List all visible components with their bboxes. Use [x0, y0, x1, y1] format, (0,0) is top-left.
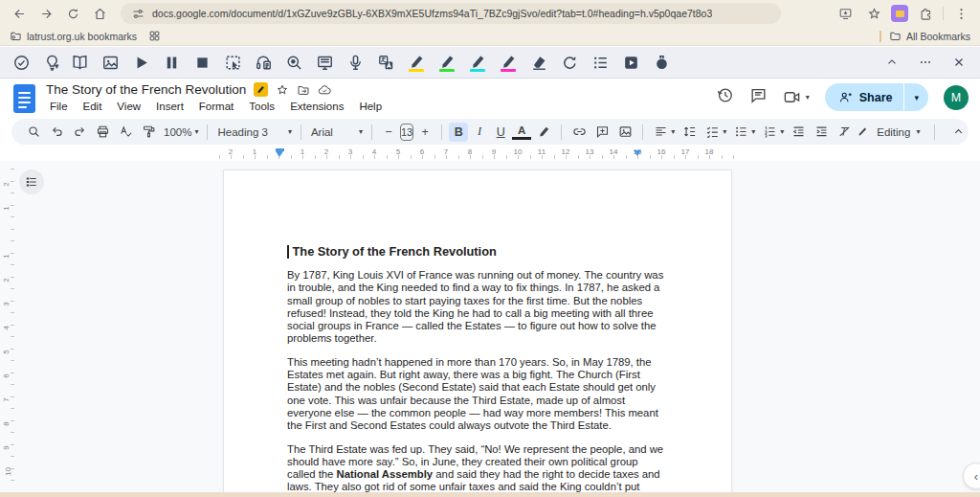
docs-logo[interactable] — [13, 84, 35, 113]
italic-button[interactable]: I — [470, 123, 489, 142]
document-status-icon[interactable] — [318, 83, 331, 97]
avatar[interactable]: M — [944, 85, 969, 110]
readwrite-badge-icon[interactable] — [254, 82, 268, 97]
check-icon[interactable] — [11, 51, 32, 74]
talk-and-type-icon[interactable] — [345, 51, 366, 74]
screen-mask-icon[interactable] — [315, 51, 335, 74]
url-text[interactable]: docs.google.com/document/d/1xGZuve9zGBLy… — [152, 8, 712, 19]
translator-icon[interactable] — [376, 51, 396, 74]
paint-format-icon[interactable] — [138, 122, 159, 143]
menu-file[interactable]: File — [44, 100, 74, 113]
prediction-button[interactable]: ▾ — [42, 51, 59, 74]
redo-icon[interactable] — [69, 122, 90, 143]
underline-button[interactable]: U — [491, 123, 510, 142]
zoom-select[interactable]: 100% — [161, 126, 194, 138]
readwrite-extension-icon[interactable] — [891, 5, 908, 22]
highlight-cyan-icon[interactable] — [468, 51, 488, 74]
paragraph-2[interactable]: This meeting hadn’t happened in more tha… — [287, 356, 669, 433]
highlight-color-icon[interactable] — [533, 122, 554, 143]
add-comment-icon[interactable] — [591, 122, 612, 143]
move-document-icon[interactable] — [297, 83, 310, 97]
spelling-check-icon[interactable] — [115, 122, 136, 143]
menu-view[interactable]: View — [111, 100, 146, 113]
increase-indent-icon[interactable] — [811, 122, 832, 143]
menu-insert[interactable]: Insert — [150, 100, 189, 113]
document-page[interactable]: The Story of the French Revolution By 17… — [223, 169, 732, 492]
more-options-icon[interactable] — [915, 51, 935, 74]
bookmarks-folder[interactable]: latrust.org.uk bookmarks — [10, 30, 137, 42]
checklist-icon[interactable] — [702, 122, 723, 143]
search-menus-icon[interactable] — [23, 122, 44, 143]
collapse-side-panel-button[interactable]: ‹ — [963, 463, 980, 489]
save-page-icon[interactable] — [834, 2, 857, 25]
menu-help[interactable]: Help — [353, 100, 388, 113]
left-indent-marker[interactable] — [276, 148, 284, 157]
paragraph-1[interactable]: By 1787, King Louis XVI of France was ru… — [287, 269, 669, 346]
undo-icon[interactable] — [46, 122, 67, 143]
pause-icon[interactable] — [162, 51, 182, 74]
site-settings-icon[interactable] — [130, 6, 145, 21]
address-bar[interactable]: docs.google.com/document/d/1xGZuve9zGBLy… — [121, 3, 781, 24]
share-dropdown[interactable]: ▾ — [904, 93, 928, 102]
right-indent-marker[interactable] — [634, 150, 641, 156]
document-title[interactable]: The Story of the French Revolution — [46, 82, 246, 97]
menu-extensions[interactable]: Extensions — [284, 100, 349, 113]
video-icon[interactable] — [621, 51, 641, 74]
dictionary-icon[interactable] — [70, 51, 90, 74]
version-history-icon[interactable] — [716, 86, 734, 108]
collapse-toolbar-icon[interactable] — [881, 51, 902, 74]
play-icon[interactable] — [131, 51, 151, 74]
share-button[interactable]: Share ▾ — [825, 83, 928, 111]
insert-image-icon[interactable] — [614, 122, 635, 143]
bold-button[interactable]: B — [449, 123, 468, 142]
font-select[interactable]: Arial — [308, 126, 336, 138]
vertical-ruler[interactable]: 2112345678910 — [2, 161, 15, 492]
vocabulary-list-icon[interactable] — [590, 51, 611, 74]
font-size-input[interactable]: 13 — [400, 124, 413, 141]
paragraph-style-select[interactable]: Heading 3 — [214, 126, 270, 138]
star-document-icon[interactable] — [276, 83, 289, 97]
picture-dictionary-icon[interactable] — [100, 51, 121, 74]
bulleted-list-icon[interactable] — [730, 122, 751, 143]
paragraph-3[interactable]: The Third Estate was fed up. They said, … — [287, 443, 669, 492]
forward-icon[interactable] — [34, 2, 57, 25]
comments-icon[interactable] — [749, 86, 768, 108]
highlight-pink-icon[interactable] — [499, 51, 519, 74]
clear-formatting-icon[interactable] — [834, 122, 855, 143]
align-icon[interactable] — [650, 122, 671, 143]
collect-highlights-icon[interactable] — [560, 51, 580, 74]
hide-menus-icon[interactable] — [947, 122, 969, 143]
voice-note-icon[interactable] — [652, 51, 672, 74]
menu-tools[interactable]: Tools — [243, 100, 280, 113]
editing-mode-button[interactable]: Editing ▾ — [857, 125, 922, 138]
erase-highlights-icon[interactable] — [529, 51, 549, 74]
bookmark-star-icon[interactable] — [862, 2, 885, 25]
line-spacing-icon[interactable] — [679, 122, 700, 143]
audio-maker-icon[interactable] — [254, 51, 274, 74]
home-icon[interactable] — [88, 2, 111, 25]
all-bookmarks-button[interactable]: All Bookmarks — [889, 30, 970, 42]
bookmarks-grid-icon[interactable] — [148, 30, 161, 42]
reload-icon[interactable] — [61, 2, 84, 25]
increase-font-size-button[interactable]: + — [415, 123, 434, 142]
meet-button[interactable]: ▾ — [783, 88, 810, 106]
back-icon[interactable] — [8, 2, 31, 25]
print-icon[interactable] — [92, 122, 113, 143]
horizontal-ruler[interactable]: 21123456789101112131415161718 — [0, 147, 980, 161]
stop-icon[interactable] — [192, 51, 212, 74]
screenshot-reader-icon[interactable] — [223, 51, 243, 74]
show-outline-button[interactable] — [19, 169, 44, 194]
text-color-button[interactable]: A — [512, 124, 531, 140]
decrease-indent-icon[interactable] — [788, 122, 809, 143]
decrease-font-size-button[interactable]: − — [379, 123, 398, 142]
highlight-green-icon[interactable] — [437, 51, 457, 74]
extensions-puzzle-icon[interactable] — [914, 2, 937, 25]
menu-format[interactable]: Format — [193, 100, 239, 113]
web-search-icon[interactable] — [284, 51, 304, 74]
browser-menu-icon[interactable] — [949, 2, 972, 25]
menu-edit[interactable]: Edit — [78, 100, 108, 113]
highlight-yellow-icon[interactable] — [407, 51, 427, 74]
insert-link-icon[interactable] — [568, 122, 590, 143]
numbered-list-icon[interactable] — [759, 122, 780, 143]
document-heading[interactable]: The Story of the French Revolution — [287, 244, 669, 259]
